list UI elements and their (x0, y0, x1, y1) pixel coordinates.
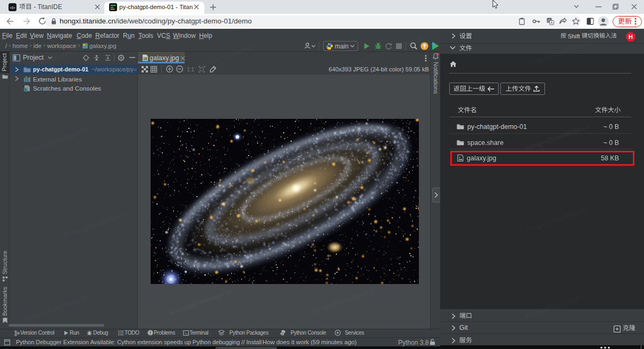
svg-text:<t>: <t> (10, 6, 15, 10)
